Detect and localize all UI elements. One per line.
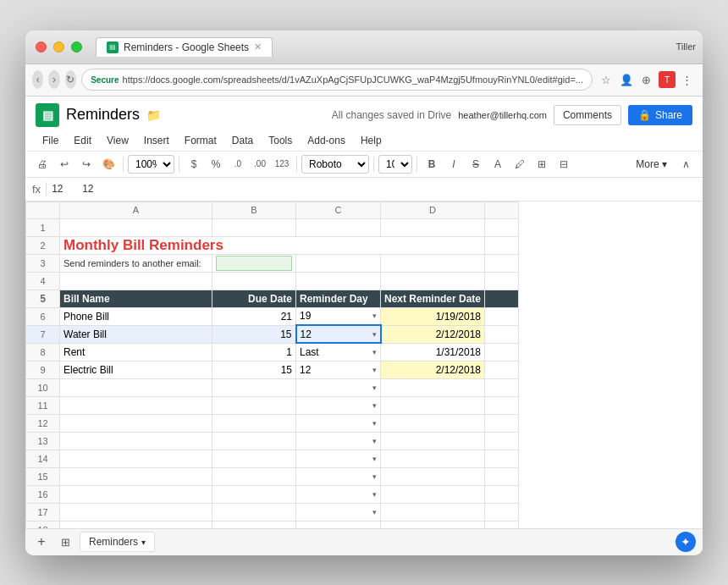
cell-e10[interactable] [485, 378, 519, 396]
tiller-icon[interactable]: T [659, 71, 676, 88]
bookmark-icon[interactable]: ☆ [598, 71, 615, 88]
cell-a4[interactable] [60, 272, 212, 290]
borders-button[interactable]: ⊞ [532, 154, 552, 174]
cell-d4[interactable] [381, 272, 485, 290]
undo-button[interactable]: ↩ [54, 154, 74, 174]
folder-icon[interactable]: 📁 [146, 108, 161, 122]
profile-icon[interactable]: 👤 [618, 71, 635, 88]
share-button[interactable]: 🔒 Share [628, 105, 692, 125]
cell-e4[interactable] [485, 272, 519, 290]
strikethrough-button[interactable]: S [466, 154, 486, 174]
menu-addons[interactable]: Add-ons [301, 132, 352, 149]
cell-e8[interactable] [485, 343, 519, 361]
cell-e1[interactable] [485, 218, 519, 236]
cell-a6[interactable]: Phone Bill [60, 307, 212, 325]
cell-e6[interactable] [485, 307, 519, 325]
cell-d10[interactable] [381, 378, 485, 396]
cell-c3[interactable] [296, 254, 381, 272]
font-size-select[interactable]: 10 [378, 155, 412, 174]
cell-e11[interactable] [485, 396, 519, 414]
cell-d3[interactable] [381, 254, 485, 272]
col-header-b[interactable]: B [212, 201, 296, 218]
cell-d1[interactable] [381, 218, 485, 236]
cell-d7[interactable]: 2/12/2018 [381, 325, 485, 343]
cell-d12[interactable] [381, 414, 485, 432]
comments-button[interactable]: Comments [554, 105, 621, 125]
menu-help[interactable]: Help [354, 132, 389, 149]
cell-e12[interactable] [485, 414, 519, 432]
menu-data[interactable]: Data [225, 132, 260, 149]
menu-file[interactable]: File [36, 132, 65, 149]
cell-c11[interactable]: ▾ [296, 396, 381, 414]
zoom-select[interactable]: 100% [128, 155, 174, 174]
col-header-a[interactable]: A [60, 201, 212, 218]
col-header-c[interactable]: C [296, 201, 381, 218]
cell-c4[interactable] [296, 272, 381, 290]
cell-e2[interactable] [485, 236, 519, 254]
menu-edit[interactable]: Edit [67, 132, 98, 149]
dropdown-arrow-10[interactable]: ▾ [372, 384, 377, 392]
cell-d9[interactable]: 2/12/2018 [381, 361, 485, 378]
menu-insert[interactable]: Insert [137, 132, 176, 149]
cell-a7[interactable]: Water Bill [60, 325, 212, 343]
more-button[interactable]: More ▾ [629, 157, 674, 172]
percent-button[interactable]: % [206, 154, 226, 174]
dropdown-arrow-7[interactable]: ▾ [372, 330, 377, 339]
redo-button[interactable]: ↪ [76, 154, 97, 174]
cell-e9[interactable] [485, 361, 519, 378]
extension-icon[interactable]: ⊕ [638, 71, 655, 88]
sheet-tab-reminders[interactable]: Reminders ▾ [80, 532, 155, 552]
dropdown-arrow-11[interactable]: ▾ [372, 401, 377, 410]
cell-b7[interactable]: 15 [212, 325, 296, 343]
cell-e3[interactable] [485, 254, 519, 272]
url-field[interactable]: Secure https://docs.google.com/spreadshe… [81, 69, 593, 91]
cell-c10[interactable]: ▾ [296, 378, 381, 396]
sheet-grid-button[interactable]: ⊞ [56, 533, 74, 551]
cell-b8[interactable]: 1 [212, 343, 296, 361]
cell-c1[interactable] [296, 218, 381, 236]
explore-button[interactable]: ✦ [676, 532, 696, 552]
font-select[interactable]: Roboto [301, 155, 369, 174]
col-header-e[interactable] [485, 201, 519, 218]
grid-container[interactable]: A B C D 1 [25, 201, 703, 528]
cell-c6[interactable]: 19 ▾ [296, 307, 381, 325]
cell-c9[interactable]: 12 ▾ [296, 361, 381, 378]
cell-a10[interactable] [60, 378, 212, 396]
cell-e7[interactable] [485, 325, 519, 343]
menu-tools[interactable]: Tools [262, 132, 299, 149]
title-cell[interactable]: Monthly Bill Reminders [60, 236, 485, 254]
cell-d6[interactable]: 1/19/2018 [381, 307, 485, 325]
browser-tab[interactable]: ▤ Reminders - Google Sheets ✕ [96, 37, 273, 57]
dropdown-arrow-12[interactable]: ▾ [372, 419, 377, 428]
minimize-button[interactable] [53, 41, 64, 52]
dropdown-arrow-8[interactable]: ▾ [372, 348, 377, 356]
cell-a11[interactable] [60, 396, 212, 414]
col-header-d[interactable]: D [381, 201, 485, 218]
cell-b11[interactable] [212, 396, 296, 414]
dropdown-arrow-6[interactable]: ▾ [372, 312, 377, 320]
text-color-button[interactable]: A [488, 154, 508, 174]
merge-button[interactable]: ⊟ [554, 154, 574, 174]
cell-d8[interactable]: 1/31/2018 [381, 343, 485, 361]
dropdown-arrow-9[interactable]: ▾ [372, 366, 377, 374]
paint-format-button[interactable]: 🎨 [98, 154, 119, 174]
cell-b9[interactable]: 15 [212, 361, 296, 378]
print-button[interactable]: 🖨 [32, 154, 52, 174]
menu-view[interactable]: View [100, 132, 135, 149]
cell-b1[interactable] [212, 218, 296, 236]
fill-color-button[interactable]: 🖊 [510, 154, 530, 174]
decimal-more-button[interactable]: .0 [228, 154, 248, 174]
cell-b6[interactable]: 21 [212, 307, 296, 325]
cell-d11[interactable] [381, 396, 485, 414]
cell-a12[interactable] [60, 414, 212, 432]
forward-button[interactable]: › [48, 70, 59, 89]
italic-button[interactable]: I [444, 154, 464, 174]
cell-ref-input[interactable] [52, 183, 77, 195]
cell-c8[interactable]: Last ▾ [296, 343, 381, 361]
back-button[interactable]: ‹ [32, 70, 43, 89]
menu-icon[interactable]: ⋮ [679, 71, 696, 88]
cell-a8[interactable]: Rent [60, 343, 212, 361]
cell-b12[interactable] [212, 414, 296, 432]
cell-a1[interactable] [60, 218, 212, 236]
cell-c12[interactable]: ▾ [296, 414, 381, 432]
